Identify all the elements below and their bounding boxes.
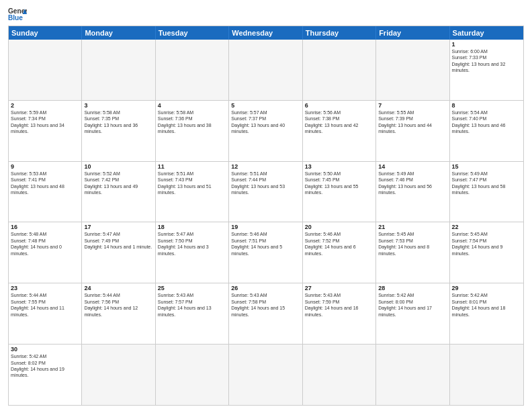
day-number: 5 <box>231 102 300 109</box>
cell-sun-info: Sunrise: 5:46 AMSunset: 7:51 PMDaylight:… <box>231 231 300 257</box>
day-header-saturday: Saturday <box>450 26 523 40</box>
cell-sun-info: Sunrise: 5:58 AMSunset: 7:35 PMDaylight:… <box>84 109 152 135</box>
calendar-row-3: 16Sunrise: 5:48 AMSunset: 7:48 PMDayligh… <box>9 222 523 283</box>
cell-sun-info: Sunrise: 5:51 AMSunset: 7:44 PMDaylight:… <box>231 171 300 196</box>
day-number: 14 <box>378 163 447 170</box>
calendar-cell: 28Sunrise: 5:42 AMSunset: 8:00 PMDayligh… <box>376 283 449 344</box>
calendar-cell: 3Sunrise: 5:58 AMSunset: 7:35 PMDaylight… <box>82 101 155 161</box>
calendar-cell: 1Sunrise: 6:00 AMSunset: 7:33 PMDaylight… <box>450 40 523 100</box>
calendar-body: 1Sunrise: 6:00 AMSunset: 7:33 PMDaylight… <box>9 40 523 405</box>
calendar-cell: 8Sunrise: 5:54 AMSunset: 7:40 PMDaylight… <box>450 101 523 161</box>
day-number: 30 <box>11 346 79 353</box>
calendar-cell: 26Sunrise: 5:43 AMSunset: 7:58 PMDayligh… <box>229 283 302 344</box>
day-number: 22 <box>452 224 521 230</box>
calendar-cell: 2Sunrise: 5:59 AMSunset: 7:34 PMDaylight… <box>9 101 82 161</box>
calendar-cell: 22Sunrise: 5:45 AMSunset: 7:54 PMDayligh… <box>450 222 523 283</box>
calendar-cell: 6Sunrise: 5:56 AMSunset: 7:38 PMDaylight… <box>303 101 376 161</box>
cell-sun-info: Sunrise: 5:58 AMSunset: 7:36 PMDaylight:… <box>158 109 226 135</box>
day-number: 24 <box>84 285 152 291</box>
day-number: 10 <box>84 163 152 170</box>
calendar-cell: 24Sunrise: 5:44 AMSunset: 7:56 PMDayligh… <box>82 283 155 344</box>
calendar-cell: 11Sunrise: 5:51 AMSunset: 7:43 PMDayligh… <box>156 162 229 222</box>
cell-sun-info: Sunrise: 5:46 AMSunset: 7:52 PMDaylight:… <box>305 231 373 257</box>
cell-sun-info: Sunrise: 5:47 AMSunset: 7:49 PMDaylight:… <box>84 231 152 250</box>
calendar-row-5: 30Sunrise: 5:42 AMSunset: 8:02 PMDayligh… <box>9 345 523 405</box>
cell-sun-info: Sunrise: 5:52 AMSunset: 7:42 PMDaylight:… <box>84 171 152 196</box>
calendar-row-4: 23Sunrise: 5:44 AMSunset: 7:55 PMDayligh… <box>9 283 523 345</box>
cell-sun-info: Sunrise: 5:57 AMSunset: 7:37 PMDaylight:… <box>231 109 300 135</box>
day-number: 21 <box>378 224 447 230</box>
calendar-cell <box>156 40 229 100</box>
day-number: 29 <box>452 285 521 291</box>
calendar-cell <box>82 40 155 100</box>
calendar: SundayMondayTuesdayWednesdayThursdayFrid… <box>8 26 524 406</box>
calendar-header: SundayMondayTuesdayWednesdayThursdayFrid… <box>9 26 523 40</box>
day-number: 28 <box>378 285 447 291</box>
calendar-cell <box>156 345 229 405</box>
cell-sun-info: Sunrise: 5:44 AMSunset: 7:55 PMDaylight:… <box>11 292 79 318</box>
logo-icon: General Blue <box>8 7 27 21</box>
calendar-cell: 27Sunrise: 5:43 AMSunset: 7:59 PMDayligh… <box>303 283 376 344</box>
calendar-cell <box>82 345 155 405</box>
day-number: 3 <box>84 102 152 109</box>
cell-sun-info: Sunrise: 5:42 AMSunset: 8:00 PMDaylight:… <box>378 292 447 318</box>
cell-sun-info: Sunrise: 5:55 AMSunset: 7:39 PMDaylight:… <box>378 109 447 135</box>
calendar-cell: 19Sunrise: 5:46 AMSunset: 7:51 PMDayligh… <box>229 222 302 283</box>
cell-sun-info: Sunrise: 5:45 AMSunset: 7:53 PMDaylight:… <box>378 231 447 257</box>
calendar-cell: 17Sunrise: 5:47 AMSunset: 7:49 PMDayligh… <box>82 222 155 283</box>
calendar-cell: 30Sunrise: 5:42 AMSunset: 8:02 PMDayligh… <box>9 345 82 405</box>
cell-sun-info: Sunrise: 6:00 AMSunset: 7:33 PMDaylight:… <box>452 48 521 74</box>
cell-sun-info: Sunrise: 5:43 AMSunset: 7:59 PMDaylight:… <box>305 292 373 318</box>
day-number: 2 <box>11 102 79 109</box>
calendar-cell: 4Sunrise: 5:58 AMSunset: 7:36 PMDaylight… <box>156 101 229 161</box>
cell-sun-info: Sunrise: 5:45 AMSunset: 7:54 PMDaylight:… <box>452 231 521 257</box>
calendar-cell <box>376 40 449 100</box>
page-header: General Blue <box>8 7 524 21</box>
calendar-cell: 15Sunrise: 5:49 AMSunset: 7:47 PMDayligh… <box>450 162 523 222</box>
day-number: 17 <box>84 224 152 230</box>
day-number: 15 <box>452 163 521 170</box>
calendar-cell: 13Sunrise: 5:50 AMSunset: 7:45 PMDayligh… <box>303 162 376 222</box>
cell-sun-info: Sunrise: 5:43 AMSunset: 7:57 PMDaylight:… <box>158 292 226 318</box>
calendar-cell: 21Sunrise: 5:45 AMSunset: 7:53 PMDayligh… <box>376 222 449 283</box>
day-header-wednesday: Wednesday <box>229 26 302 40</box>
day-header-tuesday: Tuesday <box>156 26 229 40</box>
day-number: 20 <box>305 224 373 230</box>
day-header-friday: Friday <box>376 26 449 40</box>
calendar-cell: 7Sunrise: 5:55 AMSunset: 7:39 PMDaylight… <box>376 101 449 161</box>
cell-sun-info: Sunrise: 5:54 AMSunset: 7:40 PMDaylight:… <box>452 109 521 135</box>
cell-sun-info: Sunrise: 5:51 AMSunset: 7:43 PMDaylight:… <box>158 171 226 196</box>
cell-sun-info: Sunrise: 5:49 AMSunset: 7:46 PMDaylight:… <box>378 171 447 196</box>
calendar-cell: 16Sunrise: 5:48 AMSunset: 7:48 PMDayligh… <box>9 222 82 283</box>
calendar-row-0: 1Sunrise: 6:00 AMSunset: 7:33 PMDaylight… <box>9 40 523 101</box>
calendar-cell: 23Sunrise: 5:44 AMSunset: 7:55 PMDayligh… <box>9 283 82 344</box>
calendar-cell <box>229 345 302 405</box>
calendar-cell <box>303 40 376 100</box>
day-number: 18 <box>158 224 226 230</box>
calendar-cell: 10Sunrise: 5:52 AMSunset: 7:42 PMDayligh… <box>82 162 155 222</box>
calendar-row-1: 2Sunrise: 5:59 AMSunset: 7:34 PMDaylight… <box>9 101 523 162</box>
logo: General Blue <box>8 7 27 21</box>
day-number: 1 <box>452 41 521 48</box>
calendar-cell: 12Sunrise: 5:51 AMSunset: 7:44 PMDayligh… <box>229 162 302 222</box>
cell-sun-info: Sunrise: 5:47 AMSunset: 7:50 PMDaylight:… <box>158 231 226 257</box>
cell-sun-info: Sunrise: 5:56 AMSunset: 7:38 PMDaylight:… <box>305 109 373 135</box>
cell-sun-info: Sunrise: 5:49 AMSunset: 7:47 PMDaylight:… <box>452 171 521 196</box>
day-number: 8 <box>452 102 521 109</box>
calendar-page: General Blue SundayMondayTuesdayWednesda… <box>0 0 532 411</box>
day-header-monday: Monday <box>82 26 155 40</box>
calendar-cell: 18Sunrise: 5:47 AMSunset: 7:50 PMDayligh… <box>156 222 229 283</box>
day-header-thursday: Thursday <box>303 26 376 40</box>
calendar-cell <box>229 40 302 100</box>
calendar-row-2: 9Sunrise: 5:53 AMSunset: 7:41 PMDaylight… <box>9 162 523 223</box>
cell-sun-info: Sunrise: 5:42 AMSunset: 8:01 PMDaylight:… <box>452 292 521 318</box>
day-number: 7 <box>378 102 447 109</box>
day-number: 13 <box>305 163 373 170</box>
cell-sun-info: Sunrise: 5:50 AMSunset: 7:45 PMDaylight:… <box>305 171 373 196</box>
cell-sun-info: Sunrise: 5:42 AMSunset: 8:02 PMDaylight:… <box>11 353 79 379</box>
calendar-cell: 29Sunrise: 5:42 AMSunset: 8:01 PMDayligh… <box>450 283 523 344</box>
day-number: 23 <box>11 285 79 291</box>
day-number: 6 <box>305 102 373 109</box>
calendar-cell <box>303 345 376 405</box>
calendar-cell: 25Sunrise: 5:43 AMSunset: 7:57 PMDayligh… <box>156 283 229 344</box>
